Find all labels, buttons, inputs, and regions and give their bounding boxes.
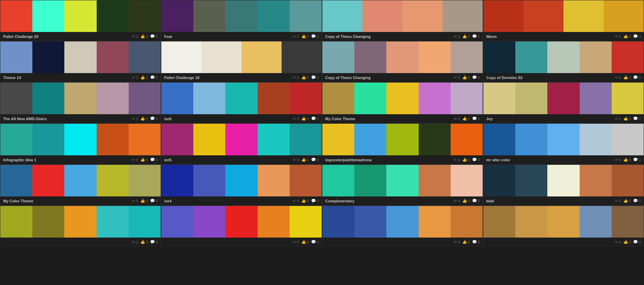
- palette-card[interactable]: My Color Theme 👁 0 👍 0 💬 0: [0, 164, 161, 206]
- palette-name: Infographic Idea 1: [3, 158, 131, 162]
- palette-card[interactable]: blah 👁 0 👍 0 💬 0: [483, 164, 644, 206]
- palette-swatches: [0, 41, 161, 73]
- color-swatch: [580, 124, 612, 155]
- palette-card[interactable]: Copy of DermInc 02 👁 0 👍 0 💬 0: [483, 41, 644, 82]
- color-swatch: [32, 0, 64, 32]
- color-swatch: [290, 0, 322, 32]
- like-count: 0: [629, 34, 631, 39]
- palette-card[interactable]: Pallet Challenge 18 👁 0 👍 0 💬 0: [161, 41, 322, 82]
- comment-icon: 💬: [311, 199, 316, 203]
- like-icon: 👍: [301, 199, 306, 203]
- color-swatch: [290, 124, 322, 155]
- view-stat: 👁 0: [292, 199, 299, 203]
- comment-stat: 💬 0: [150, 75, 158, 80]
- palette-card[interactable]: 👁 0 👍 0 💬 0: [483, 206, 644, 247]
- comment-icon: 💬: [633, 240, 638, 244]
- like-stat: 👍 0: [140, 240, 148, 244]
- view-stat: 👁 0: [453, 76, 460, 80]
- color-swatch: [322, 83, 354, 114]
- palette-card[interactable]: Theme 14 👁 0 👍 0 💬 0: [0, 41, 161, 82]
- like-count: 0: [146, 34, 148, 39]
- color-swatch: [386, 124, 418, 155]
- view-stat: 👁 0: [292, 158, 299, 162]
- comment-count: 0: [156, 34, 158, 39]
- color-swatch: [97, 0, 129, 32]
- palette-card[interactable]: Copy of Times Changing 👁 0 👍 0 💬 0: [322, 0, 483, 41]
- color-swatch: [515, 165, 547, 196]
- eye-icon: 👁: [453, 76, 457, 80]
- palette-card[interactable]: Complementary 👁 0 👍 0 💬 0: [322, 164, 483, 206]
- view-count: 0: [458, 158, 460, 162]
- palette-stats: 👁 0 👍 0 💬 0: [453, 240, 480, 244]
- like-stat: 👍 0: [623, 116, 631, 121]
- palette-swatches: [161, 206, 322, 238]
- palette-card[interactable]: logocolorpalettemadrona 👁 0 👍 0 💬 0: [322, 123, 483, 164]
- eye-icon: 👁: [453, 117, 457, 121]
- color-swatch: [354, 206, 386, 238]
- like-stat: 👍 0: [301, 199, 309, 203]
- palette-name: Joy: [486, 117, 614, 121]
- color-swatch: [0, 124, 32, 155]
- palette-card[interactable]: My Color Theme 👁 0 👍 0 💬 0: [322, 82, 483, 123]
- color-swatch: [129, 0, 161, 32]
- like-icon: 👍: [462, 75, 467, 80]
- color-swatch: [547, 165, 579, 196]
- color-swatch: [451, 165, 483, 196]
- color-swatch: [129, 124, 161, 155]
- palette-card[interactable]: ize5 👁 0 👍 0 💬 0: [161, 123, 322, 164]
- view-count: 0: [136, 34, 138, 39]
- color-swatch: [32, 206, 64, 238]
- color-swatch: [483, 165, 515, 196]
- comment-stat: 💬 0: [633, 75, 641, 80]
- palette-card[interactable]: Infographic Idea 1 👁 0 👍 0 💬 0: [0, 123, 161, 164]
- color-swatch: [564, 0, 604, 32]
- color-swatch: [515, 41, 547, 73]
- comment-count: 0: [156, 240, 158, 244]
- palette-stats: 👁 0 👍 0 💬 0: [131, 116, 158, 121]
- palette-card[interactable]: 👁 0 👍 0 💬 0: [161, 206, 322, 247]
- palette-stats: 👁 0 👍 0 💬 0: [614, 75, 641, 80]
- eye-icon: 👁: [453, 240, 457, 244]
- palette-card[interactable]: mr wbe color 👁 0 👍 0 💬 0: [483, 123, 644, 164]
- palette-name: Warm: [486, 34, 614, 39]
- palette-name: mr wbe color: [486, 158, 614, 162]
- view-stat: 👁 0: [614, 199, 621, 203]
- view-count: 0: [297, 34, 299, 39]
- color-swatch: [161, 124, 193, 155]
- palette-name: Copy of Times Changing: [325, 34, 453, 39]
- palette-card[interactable]: Pallet Challenge 20 👁 0 👍 0 💬 0: [0, 0, 161, 41]
- color-swatch: [225, 124, 257, 155]
- palette-card[interactable]: 👁 0 👍 0 💬 0: [322, 206, 483, 247]
- view-stat: 👁 0: [131, 117, 138, 121]
- palette-card[interactable]: ize6 👁 0 👍 0 💬 0: [161, 82, 322, 123]
- color-swatch: [354, 165, 386, 196]
- eye-icon: 👁: [614, 240, 618, 244]
- palette-card[interactable]: 👁 0 👍 0 💬 0: [0, 206, 161, 247]
- comment-count: 0: [317, 117, 319, 121]
- palette-name: ize6: [164, 117, 292, 121]
- color-swatch: [290, 165, 322, 196]
- like-icon: 👍: [140, 75, 145, 80]
- comment-stat: 💬 0: [311, 157, 319, 162]
- like-stat: 👍 0: [140, 157, 148, 162]
- color-swatch: [523, 0, 564, 32]
- palette-card[interactable]: Joy 👁 0 👍 0 💬 0: [483, 82, 644, 123]
- palette-card[interactable]: Warm 👁 0 👍 0 💬 0: [483, 0, 644, 41]
- like-count: 0: [307, 158, 309, 162]
- palette-card[interactable]: The All New AMD-Stairs 👁 0 👍 0 💬 0: [0, 82, 161, 123]
- color-swatch: [193, 0, 225, 32]
- comment-count: 0: [478, 199, 480, 203]
- like-count: 0: [146, 240, 148, 244]
- color-swatch: [193, 124, 225, 155]
- color-swatch: [547, 83, 579, 114]
- color-swatch: [32, 124, 64, 155]
- like-count: 0: [146, 117, 148, 121]
- color-swatch: [386, 41, 418, 73]
- palette-card[interactable]: Copy of Times Changing 👁 0 👍 0 💬 0: [322, 41, 483, 82]
- palette-card[interactable]: Fear 👁 0 👍 0 💬 0: [161, 0, 322, 41]
- palette-card[interactable]: ize4 👁 0 👍 0 💬 0: [161, 164, 322, 206]
- view-count: 0: [136, 117, 138, 121]
- palette-swatches: [322, 165, 483, 196]
- view-stat: 👁 0: [614, 158, 621, 162]
- view-count: 0: [619, 34, 621, 39]
